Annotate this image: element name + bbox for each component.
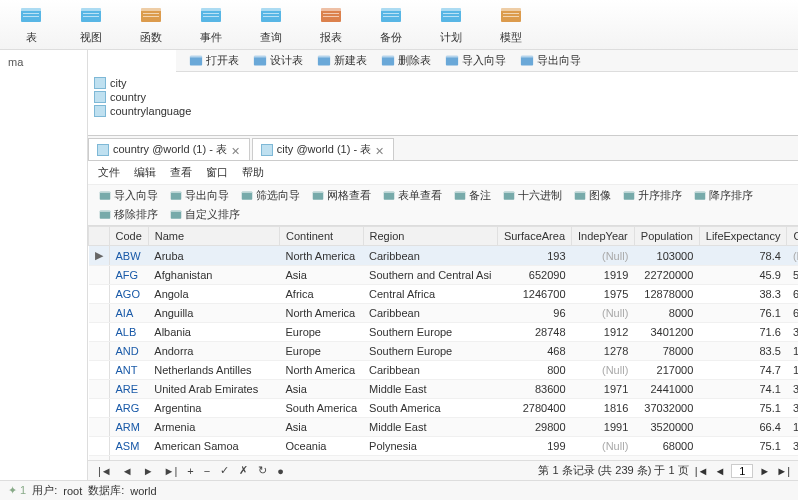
cell-Name[interactable]: Afghanistan (148, 266, 279, 285)
cell-Region[interactable]: Middle East (363, 418, 497, 437)
cell-Name[interactable]: Netherlands Antilles (148, 361, 279, 380)
cell-Name[interactable]: Albania (148, 323, 279, 342)
cell-Population[interactable]: 3520000 (634, 418, 699, 437)
ribbon-func[interactable]: 函数 (132, 2, 170, 47)
cell-IndepYear[interactable]: (Null) (572, 361, 635, 380)
col-SurfaceArea[interactable]: SurfaceArea (497, 227, 571, 246)
cell-Population[interactable]: 37032000 (634, 399, 699, 418)
cell-Region[interactable]: Caribbean (363, 304, 497, 323)
cell-SurfaceArea[interactable]: 28748 (497, 323, 571, 342)
col-Region[interactable]: Region (363, 227, 497, 246)
cell-GNP[interactable]: 32 (787, 323, 798, 342)
cell-LifeExpectancy[interactable]: 83.5 (699, 342, 787, 361)
cell-GNP[interactable]: 59 (787, 266, 798, 285)
cell-SurfaceArea[interactable]: 468 (497, 342, 571, 361)
object-item-city[interactable]: city (94, 76, 792, 90)
menu-编辑[interactable]: 编辑 (134, 165, 156, 180)
ribbon-query[interactable]: 查询 (252, 2, 290, 47)
cell-GNP[interactable]: 19 (787, 361, 798, 380)
cell-SurfaceArea[interactable]: 193 (497, 246, 571, 266)
cell-LifeExpectancy[interactable]: 74.1 (699, 380, 787, 399)
cell-Name[interactable]: Argentina (148, 399, 279, 418)
ribbon-table[interactable]: 表 (12, 2, 50, 47)
cell-GNP[interactable]: 15 (787, 342, 798, 361)
gridbtn-import[interactable]: 导入向导 (94, 187, 163, 204)
cell-LifeExpectancy[interactable]: 74.7 (699, 361, 787, 380)
table-row[interactable]: ▶ABWArubaNorth AmericaCaribbean193(Null)… (89, 246, 799, 266)
gridbtn-asc[interactable]: 升序排序 (618, 187, 687, 204)
tab[interactable]: city @world (1) - 表✕ (252, 138, 394, 160)
gridbtn-note[interactable]: 备注 (449, 187, 496, 204)
col-Population[interactable]: Population (634, 227, 699, 246)
col-GNP[interactable]: GNP (787, 227, 798, 246)
cell-Continent[interactable]: North America (280, 304, 364, 323)
cell-Name[interactable]: Andorra (148, 342, 279, 361)
cell-Continent[interactable]: Asia (280, 380, 364, 399)
table-row[interactable]: ALBAlbaniaEuropeSouthern Europe287481912… (89, 323, 799, 342)
table-row[interactable]: AIAAnguillaNorth AmericaCaribbean96(Null… (89, 304, 799, 323)
cell-Continent[interactable]: Asia (280, 266, 364, 285)
cell-LifeExpectancy[interactable]: 75.1 (699, 399, 787, 418)
cell-SurfaceArea[interactable]: 83600 (497, 380, 571, 399)
cell-IndepYear[interactable]: 1816 (572, 399, 635, 418)
nav-btn[interactable]: ► (141, 465, 156, 477)
gridbtn-filter[interactable]: 筛选向导 (236, 187, 305, 204)
gridbtn-custom[interactable]: 自定义排序 (165, 206, 245, 223)
ribbon-backup[interactable]: 备份 (372, 2, 410, 47)
cell-Population[interactable]: 78000 (634, 342, 699, 361)
cell-Code[interactable]: AFG (109, 266, 148, 285)
gridbtn-desc[interactable]: 降序排序 (689, 187, 758, 204)
cell-GNP[interactable]: 3 (787, 437, 798, 456)
cell-LifeExpectancy[interactable]: 45.9 (699, 266, 787, 285)
nav-next-page-icon[interactable]: ► (759, 465, 770, 477)
cell-Region[interactable]: Central Africa (363, 285, 497, 304)
cell-SurfaceArea[interactable]: 652090 (497, 266, 571, 285)
toolbtn-new[interactable]: 新建表 (312, 52, 372, 69)
cell-Continent[interactable]: Europe (280, 323, 364, 342)
sidebar-node[interactable]: ma (4, 54, 83, 70)
cell-Population[interactable]: 22720000 (634, 266, 699, 285)
cell-LifeExpectancy[interactable]: 38.3 (699, 285, 787, 304)
cell-Region[interactable]: Southern Europe (363, 342, 497, 361)
col-Name[interactable]: Name (148, 227, 279, 246)
cell-Continent[interactable]: South America (280, 399, 364, 418)
cell-Name[interactable]: Aruba (148, 246, 279, 266)
cell-IndepYear[interactable]: (Null) (572, 304, 635, 323)
cell-IndepYear[interactable]: 1919 (572, 266, 635, 285)
table-row[interactable]: ARMArmeniaAsiaMiddle East298001991352000… (89, 418, 799, 437)
cell-LifeExpectancy[interactable]: 76.1 (699, 304, 787, 323)
nav-prev-page-icon[interactable]: ◄ (714, 465, 725, 477)
cell-GNP[interactable]: 6 (787, 304, 798, 323)
cell-GNP[interactable]: 66 (787, 285, 798, 304)
nav-btn[interactable]: |◄ (96, 465, 114, 477)
menu-帮助[interactable]: 帮助 (242, 165, 264, 180)
nav-btn[interactable]: ✓ (218, 464, 231, 477)
nav-btn[interactable]: + (185, 465, 195, 477)
nav-last-page-icon[interactable]: ►| (776, 465, 790, 477)
cell-Continent[interactable]: Oceania (280, 437, 364, 456)
object-item-country[interactable]: country (94, 90, 792, 104)
cell-SurfaceArea[interactable]: 199 (497, 437, 571, 456)
nav-btn[interactable]: ↻ (256, 464, 269, 477)
cell-Continent[interactable]: Europe (280, 342, 364, 361)
cell-SurfaceArea[interactable]: 1246700 (497, 285, 571, 304)
data-grid-wrapper[interactable]: CodeNameContinentRegionSurfaceAreaIndepY… (88, 226, 798, 460)
cell-Name[interactable]: United Arab Emirates (148, 380, 279, 399)
cell-Name[interactable]: American Samoa (148, 437, 279, 456)
col-LifeExpectancy[interactable]: LifeExpectancy (699, 227, 787, 246)
toolbtn-import[interactable]: 导入向导 (440, 52, 511, 69)
gridbtn-hex[interactable]: 十六进制 (498, 187, 567, 204)
tab[interactable]: country @world (1) - 表✕ (88, 138, 250, 160)
table-row[interactable]: ASMAmerican SamoaOceaniaPolynesia199(Nul… (89, 437, 799, 456)
cell-Population[interactable]: 217000 (634, 361, 699, 380)
table-row[interactable]: ANDAndorraEuropeSouthern Europe468127878… (89, 342, 799, 361)
cell-LifeExpectancy[interactable]: 78.4 (699, 246, 787, 266)
gridbtn-export[interactable]: 导出向导 (165, 187, 234, 204)
cell-LifeExpectancy[interactable]: 71.6 (699, 323, 787, 342)
cell-GNP[interactable]: 379 (787, 380, 798, 399)
page-input[interactable] (731, 464, 753, 478)
cell-LifeExpectancy[interactable]: 66.4 (699, 418, 787, 437)
toolbtn-open[interactable]: 打开表 (184, 52, 244, 69)
cell-SurfaceArea[interactable]: 29800 (497, 418, 571, 437)
cell-LifeExpectancy[interactable]: 75.1 (699, 437, 787, 456)
